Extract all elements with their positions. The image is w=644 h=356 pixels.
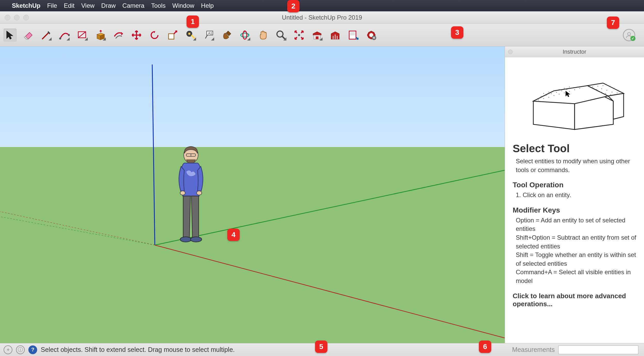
layout-tool[interactable] [347, 29, 360, 42]
svg-point-62 [597, 86, 598, 87]
svg-point-56 [548, 92, 549, 93]
svg-rect-15 [350, 32, 355, 35]
svg-point-41 [553, 95, 554, 96]
window-title: Untitled - SketchUp Pro 2019 [282, 14, 362, 21]
instructor-op-heading: Tool Operation [513, 181, 636, 189]
main-toolbar: A1 ✓ [0, 24, 644, 46]
help-icon[interactable]: ? [28, 345, 37, 354]
instructor-mod-text: Option = Add an entity to set of selecte… [513, 216, 636, 285]
instructor-more-link[interactable]: Click to learn about more advanced opera… [513, 292, 636, 308]
svg-point-55 [543, 93, 544, 94]
menu-tools[interactable]: Tools [151, 2, 166, 9]
traffic-lights[interactable] [5, 15, 29, 20]
credits-icon[interactable]: ⓘ [16, 345, 25, 354]
svg-point-18 [373, 37, 375, 38]
3d-warehouse-tool[interactable] [311, 29, 324, 42]
scale-tool[interactable] [166, 29, 179, 42]
extension-manager-tool[interactable] [365, 29, 378, 42]
callout-4: 4 [227, 229, 240, 241]
close-icon[interactable] [508, 50, 513, 54]
instructor-tool-desc: Select entities to modify when using oth… [513, 157, 636, 174]
move-tool[interactable] [130, 29, 143, 42]
orbit-tool[interactable] [238, 29, 251, 42]
svg-point-49 [551, 93, 552, 94]
menu-edit[interactable]: Edit [64, 2, 74, 9]
line-tool[interactable] [40, 29, 53, 42]
svg-point-48 [546, 95, 546, 96]
extension-warehouse-tool[interactable] [329, 29, 342, 42]
svg-point-30 [197, 191, 202, 195]
instructor-tool-name: Select Tool [513, 142, 636, 155]
svg-point-10 [277, 31, 283, 37]
rotate-tool[interactable] [148, 29, 161, 42]
system-menubar: SketchUp File Edit View Draw Camera Tool… [0, 0, 644, 11]
svg-point-43 [564, 93, 565, 93]
svg-point-46 [579, 88, 580, 89]
menu-draw[interactable]: Draw [101, 2, 116, 9]
menu-view[interactable]: View [81, 2, 95, 9]
menu-window[interactable]: Window [172, 2, 194, 9]
menu-sketchup[interactable]: SketchUp [12, 2, 41, 9]
svg-point-44 [569, 91, 570, 92]
svg-point-45 [574, 90, 575, 90]
svg-point-29 [180, 191, 185, 195]
eraser-tool[interactable] [22, 29, 35, 42]
svg-point-68 [617, 93, 617, 93]
menu-help[interactable]: Help [201, 2, 214, 9]
svg-rect-3 [168, 34, 174, 39]
svg-point-53 [571, 88, 572, 89]
menu-file[interactable]: File [47, 2, 57, 9]
svg-point-50 [556, 92, 557, 93]
svg-point-39 [543, 98, 544, 99]
arc-tool[interactable] [58, 29, 71, 42]
callout-6: 6 [479, 341, 491, 353]
scene [0, 46, 505, 343]
check-icon: ✓ [630, 36, 635, 41]
svg-point-32 [190, 237, 202, 242]
svg-point-58 [559, 89, 559, 90]
text-tool[interactable]: A1 [202, 29, 215, 42]
svg-point-38 [538, 100, 539, 100]
svg-point-42 [559, 94, 559, 95]
svg-marker-20 [0, 147, 505, 343]
svg-point-64 [596, 89, 597, 90]
svg-point-63 [602, 85, 603, 86]
svg-point-31 [180, 237, 191, 242]
svg-point-40 [548, 97, 549, 98]
svg-point-54 [577, 87, 577, 87]
status-hint: Select objects. Shift to extend select. … [41, 346, 235, 353]
zoom-tool[interactable] [275, 29, 287, 42]
svg-point-70 [605, 93, 606, 94]
window-titlebar: Untitled - SketchUp Pro 2019 [0, 11, 644, 24]
geo-location-icon[interactable]: ⌖ [4, 345, 12, 354]
select-tool[interactable] [4, 29, 17, 42]
pushpull-tool[interactable] [94, 29, 107, 42]
svg-point-61 [592, 87, 593, 87]
svg-point-71 [610, 94, 611, 95]
measurements-label: Measurements [512, 346, 555, 353]
callout-2: 2 [287, 0, 300, 12]
svg-point-67 [611, 92, 612, 93]
svg-point-19 [627, 32, 630, 35]
tape-tool[interactable] [184, 29, 197, 42]
measurements-input[interactable] [558, 345, 638, 354]
shape-tool[interactable] [76, 29, 89, 42]
paint-tool[interactable] [220, 29, 233, 42]
callout-7: 7 [607, 17, 619, 29]
user-account-button[interactable]: ✓ [623, 29, 635, 41]
offset-tool[interactable] [112, 29, 125, 42]
menu-camera[interactable]: Camera [122, 2, 144, 9]
instructor-titlebar: Instructor [505, 46, 644, 57]
3d-viewport[interactable] [0, 46, 505, 343]
svg-point-52 [566, 89, 567, 90]
zoom-extents-tool[interactable] [293, 29, 305, 42]
instructor-mod-heading: Modifier Keys [513, 206, 636, 214]
instructor-panel: Instructor [505, 46, 644, 343]
svg-point-47 [541, 96, 541, 97]
instructor-illustration [513, 65, 636, 132]
svg-point-69 [600, 92, 601, 93]
pan-tool[interactable] [256, 29, 269, 42]
svg-point-59 [564, 88, 565, 89]
callout-5: 5 [315, 341, 327, 353]
svg-point-65 [601, 88, 602, 89]
